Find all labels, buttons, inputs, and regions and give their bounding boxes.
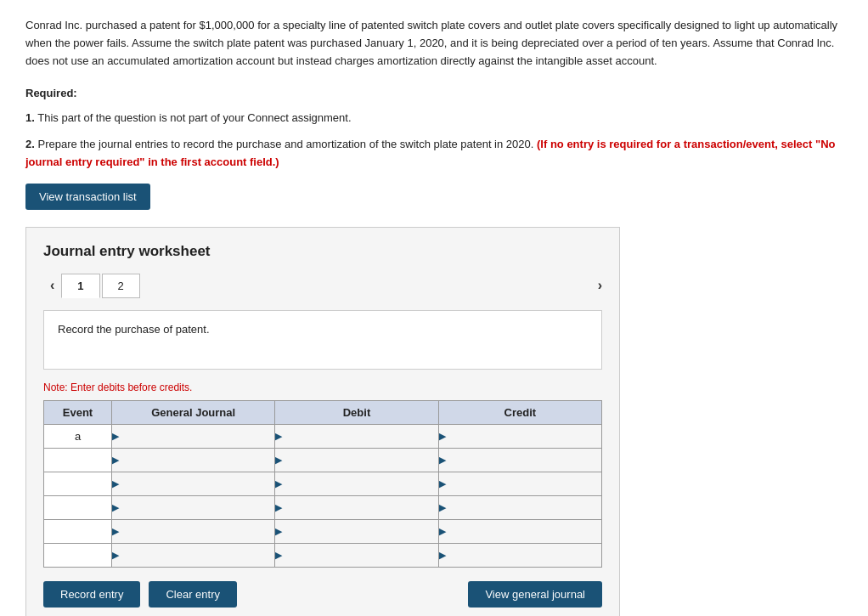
worksheet-title: Journal entry worksheet (43, 243, 602, 260)
clear-entry-button[interactable]: Clear entry (149, 581, 237, 608)
table-row: ▶▶▶ (44, 472, 602, 495)
credit-cell[interactable]: ▶ (438, 543, 601, 567)
general-journal-cell[interactable]: ▶ (112, 472, 275, 495)
item1-number: 1. (25, 111, 35, 124)
credit-input[interactable] (439, 496, 601, 519)
instruction-box: Record the purchase of patent. (43, 310, 602, 370)
general-journal-input[interactable] (112, 425, 274, 448)
intro-paragraph: Conrad Inc. purchased a patent for $1,00… (25, 17, 843, 70)
credit-input[interactable] (439, 425, 601, 448)
credit-cell[interactable]: ▶ (438, 472, 601, 495)
general-journal-input[interactable] (112, 472, 274, 495)
credit-input[interactable] (439, 544, 601, 567)
general-journal-input[interactable] (112, 449, 274, 472)
view-general-journal-button[interactable]: View general journal (468, 581, 602, 608)
debit-input[interactable] (275, 472, 437, 495)
table-row: ▶▶▶ (44, 448, 602, 472)
event-cell (44, 519, 112, 543)
table-row: ▶▶▶ (44, 543, 602, 567)
view-transaction-container: View transaction list (25, 184, 843, 210)
event-cell (44, 495, 112, 519)
credit-cell[interactable]: ▶ (438, 424, 601, 448)
item2-text: Prepare the journal entries to record th… (37, 138, 533, 150)
debit-cell[interactable]: ▶ (275, 424, 438, 448)
debit-cell[interactable]: ▶ (275, 495, 438, 519)
debit-input[interactable] (275, 520, 437, 543)
col-journal-header: General Journal (112, 400, 275, 424)
tab-navigation: ‹ 1 2 › (43, 274, 602, 298)
table-row: a▶▶▶ (44, 424, 602, 448)
instruction-text: Record the purchase of patent. (58, 323, 210, 336)
general-journal-cell[interactable]: ▶ (112, 448, 275, 472)
event-cell (44, 543, 112, 567)
debit-input[interactable] (275, 449, 437, 472)
general-journal-cell[interactable]: ▶ (112, 519, 275, 543)
credit-cell[interactable]: ▶ (438, 519, 601, 543)
credit-input[interactable] (439, 472, 601, 495)
table-row: ▶▶▶ (44, 495, 602, 519)
credit-input[interactable] (439, 520, 601, 543)
item2-number: 2. (25, 138, 35, 150)
prev-tab-button[interactable]: ‹ (43, 274, 61, 297)
event-cell (44, 448, 112, 472)
general-journal-cell[interactable]: ▶ (112, 424, 275, 448)
general-journal-input[interactable] (112, 544, 274, 567)
action-buttons-row: Record entry Clear entry View general jo… (43, 581, 602, 608)
debit-cell[interactable]: ▶ (275, 472, 438, 495)
item1-text: This part of the question is not part of… (37, 111, 351, 124)
general-journal-input[interactable] (112, 520, 274, 543)
credit-cell[interactable]: ▶ (438, 495, 601, 519)
credit-input[interactable] (439, 449, 601, 472)
required-section: Required: 1. This part of the question i… (25, 85, 843, 171)
general-journal-cell[interactable]: ▶ (112, 495, 275, 519)
required-label: Required: (25, 87, 77, 99)
general-journal-input[interactable] (112, 496, 274, 519)
debit-input[interactable] (275, 425, 437, 448)
next-tab-button[interactable]: › (598, 278, 602, 293)
event-cell (44, 472, 112, 495)
general-journal-cell[interactable]: ▶ (112, 543, 275, 567)
debit-input[interactable] (275, 496, 437, 519)
debit-cell[interactable]: ▶ (275, 448, 438, 472)
event-cell: a (44, 424, 112, 448)
col-debit-header: Debit (275, 400, 438, 424)
journal-table: Event General Journal Debit Credit a▶▶▶▶… (43, 400, 602, 568)
credit-cell[interactable]: ▶ (438, 448, 601, 472)
tab-2[interactable]: 2 (102, 274, 140, 298)
debit-input[interactable] (275, 544, 437, 567)
view-transaction-button[interactable]: View transaction list (25, 184, 150, 210)
tab-1[interactable]: 1 (61, 274, 99, 298)
note-text: Note: Enter debits before credits. (43, 381, 602, 393)
debit-cell[interactable]: ▶ (275, 543, 438, 567)
record-entry-button[interactable]: Record entry (43, 581, 140, 608)
table-row: ▶▶▶ (44, 519, 602, 543)
col-credit-header: Credit (438, 400, 601, 424)
debit-cell[interactable]: ▶ (275, 519, 438, 543)
journal-entry-worksheet: Journal entry worksheet ‹ 1 2 › Record t… (25, 227, 620, 616)
col-event-header: Event (44, 400, 112, 424)
